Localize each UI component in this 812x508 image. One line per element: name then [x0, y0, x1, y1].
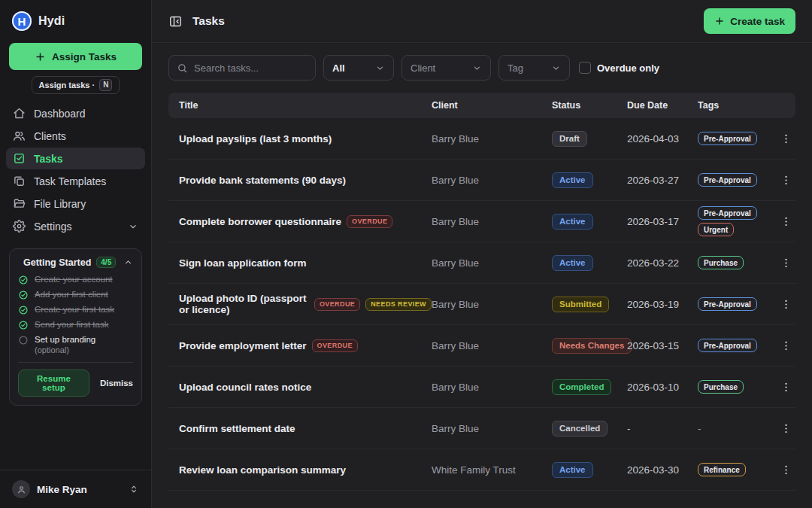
task-client-cell: White Family Trust [432, 463, 552, 476]
filter-bar: All Client Tag Overdue only [168, 55, 795, 81]
sidebar-item-task-templates[interactable]: Task Templates [6, 170, 145, 192]
person-icon [17, 485, 26, 494]
task-menu-cell [776, 255, 795, 271]
task-due-date: 2026-03-10 [627, 382, 679, 393]
chevron-up-icon[interactable] [123, 257, 133, 267]
task-status-cell: Active [552, 214, 627, 230]
search-input[interactable] [194, 62, 308, 74]
home-icon [13, 107, 26, 120]
checklist-item: Create your first task [18, 305, 133, 315]
row-menu-button[interactable] [778, 214, 794, 230]
sidebar-item-label: Task Templates [34, 175, 106, 187]
page-title: Tasks [192, 14, 225, 28]
getting-started-title: Getting Started [23, 257, 91, 268]
row-menu-button[interactable] [778, 131, 794, 147]
status-filter-select[interactable]: All [323, 55, 394, 81]
task-client: Barry Blue [432, 382, 479, 393]
task-menu-cell [776, 379, 795, 395]
task-due-cell: 2026-03-19 [627, 297, 698, 311]
status-badge: Active [552, 255, 593, 271]
create-task-label: Create task [730, 16, 785, 27]
needs-review-badge: NEEDS REVIEW [365, 298, 432, 311]
status-badge: Cancelled [552, 421, 607, 437]
sidebar-item-clients[interactable]: Clients [6, 125, 145, 147]
row-menu-button[interactable] [778, 462, 794, 478]
task-due-date: 2026-03-27 [627, 175, 679, 186]
task-row[interactable]: Complete borrower questionnaireOVERDUEBa… [168, 201, 795, 242]
tag-filter-select[interactable]: Tag [498, 55, 570, 81]
task-row[interactable]: Provide employment letterOVERDUEBarry Bl… [168, 325, 795, 367]
task-tags-cell: Pre-Approval [698, 132, 776, 145]
circle-check-icon [18, 320, 29, 330]
tag-badge: Refinance [698, 463, 746, 476]
row-menu-button[interactable] [778, 172, 794, 188]
tag-badge: Pre-Approval [698, 297, 757, 311]
task-due-cell: 2026-04-03 [627, 132, 698, 145]
row-menu-button[interactable] [778, 297, 794, 312]
assign-tasks-label: Assign Tasks [52, 51, 117, 62]
sidebar-item-dashboard[interactable]: Dashboard [6, 102, 145, 124]
sidebar: H Hydi Assign Tasks Assign tasks · N Das… [0, 0, 152, 508]
sidebar-item-tasks[interactable]: Tasks [6, 148, 145, 169]
kebab-icon [780, 174, 792, 187]
task-title: Upload council rates notice [179, 382, 311, 393]
task-due-date: 2026-03-19 [627, 299, 679, 310]
task-client: Barry Blue [432, 216, 479, 227]
sidebar-item-label: File Library [34, 198, 86, 210]
sidebar-nav: DashboardClientsTasksTask TemplatesFile … [0, 102, 151, 238]
task-status-cell: Active [552, 255, 627, 271]
row-menu-button[interactable] [778, 338, 794, 354]
task-tags-cell: Purchase [698, 380, 776, 394]
task-title: Confirm settlement date [179, 423, 295, 434]
checklist-item: Create your account [18, 275, 133, 285]
task-row[interactable]: Sign loan application formBarry BlueActi… [168, 242, 795, 284]
task-due-cell: 2026-03-22 [627, 256, 698, 269]
task-due-date: 2026-03-30 [627, 464, 679, 476]
task-row[interactable]: Upload payslips (last 3 months)Barry Blu… [168, 118, 795, 160]
status-badge: Completed [552, 379, 611, 395]
gear-icon [13, 220, 26, 233]
task-client-cell: Barry Blue [432, 173, 552, 187]
task-menu-cell [776, 214, 795, 230]
sidebar-item-file-library[interactable]: File Library [6, 193, 145, 214]
chevron-down-icon [551, 63, 561, 73]
task-status-cell: Needs Changes [552, 338, 627, 354]
task-row[interactable]: Review loan comparison summaryWhite Fami… [168, 449, 795, 491]
sidebar-toggle-icon[interactable] [168, 14, 183, 29]
row-menu-button[interactable] [778, 421, 794, 437]
assign-tasks-button[interactable]: Assign Tasks [9, 43, 142, 70]
task-client: White Family Trust [432, 464, 516, 476]
resume-setup-button[interactable]: Resume setup [18, 370, 89, 397]
assign-shortcut-hint: Assign tasks · N [32, 76, 120, 94]
task-row[interactable]: Confirm settlement dateBarry BlueCancell… [168, 408, 795, 449]
task-row[interactable]: Upload photo ID (passport or licence)OVE… [168, 284, 795, 325]
column-header-due-date: Due Date [627, 100, 698, 111]
task-title-cell: Upload payslips (last 3 months) [168, 133, 432, 144]
getting-started-actions: Resume setup Dismiss [18, 370, 133, 397]
task-tags-cell: Pre-Approval [698, 173, 776, 187]
task-tags-cell: Pre-Approval [698, 297, 776, 311]
task-client-cell: Barry Blue [432, 214, 552, 228]
create-task-button[interactable]: Create task [704, 8, 795, 34]
tag-badge: Urgent [698, 223, 734, 236]
dismiss-button[interactable]: Dismiss [100, 379, 133, 388]
status-badge: Active [552, 462, 593, 478]
task-client-cell: Barry Blue [432, 256, 552, 269]
overdue-checkbox[interactable] [579, 62, 591, 74]
checklist-item-label: Add your first client [35, 290, 108, 299]
task-due-date: - [627, 423, 631, 434]
task-row[interactable]: Provide bank statements (90 days)Barry B… [168, 160, 795, 201]
task-tags-cell: Purchase [698, 256, 776, 269]
checklist-item-sublabel: (optional) [35, 345, 95, 354]
row-menu-button[interactable] [778, 255, 794, 271]
overdue-only-toggle[interactable]: Overdue only [579, 62, 659, 74]
sidebar-item-settings[interactable]: Settings [6, 215, 145, 237]
task-row[interactable]: Upload council rates noticeBarry BlueCom… [168, 367, 795, 408]
user-menu[interactable]: Mike Ryan [0, 470, 151, 508]
task-status-cell: Draft [552, 131, 627, 147]
progress-badge: 4/5 [96, 257, 116, 268]
kebab-icon [780, 381, 792, 394]
task-client-cell: Barry Blue [432, 297, 552, 311]
client-filter-select[interactable]: Client [401, 55, 491, 81]
row-menu-button[interactable] [778, 379, 794, 395]
